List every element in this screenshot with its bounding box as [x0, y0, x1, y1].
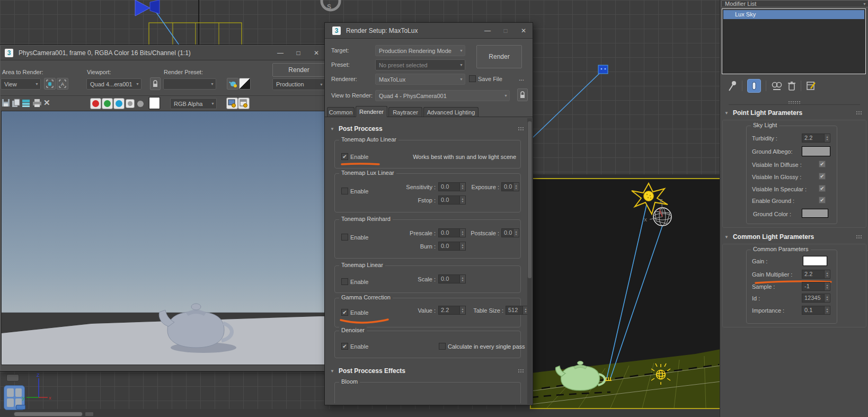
sensitivity-field[interactable]: 0.0 — [438, 182, 466, 191]
linear-enable-checkbox[interactable] — [341, 278, 348, 285]
dialog-render-button[interactable]: Render — [476, 45, 522, 68]
show-end-result-button[interactable] — [747, 79, 761, 93]
spinner[interactable] — [459, 183, 465, 191]
save-file-checkbox[interactable] — [469, 75, 476, 82]
gamma-enable-checkbox[interactable]: ✔ — [341, 309, 348, 316]
ground-albedo-swatch[interactable] — [802, 146, 830, 156]
turbidity-field[interactable]: 2.2 — [802, 134, 830, 143]
gamma-toggle-button[interactable] — [239, 78, 251, 90]
reinhard-enable-checkbox[interactable] — [341, 234, 348, 241]
green-channel-toggle[interactable] — [102, 98, 113, 109]
renderer-dropdown[interactable]: MaxToLux▼ — [375, 74, 465, 85]
remove-modifier-icon[interactable] — [787, 81, 796, 91]
view-lock-button[interactable] — [517, 88, 528, 101]
rfw-maximize-button[interactable]: □ — [289, 46, 307, 60]
sample-field[interactable]: -1 — [802, 282, 830, 291]
save-file-browse-button[interactable]: ... — [519, 75, 524, 82]
alpha-channel-toggle[interactable] — [126, 99, 135, 108]
modifier-stack-list[interactable]: Lux Sky — [722, 8, 866, 74]
configure-modifier-sets-icon[interactable] — [806, 81, 817, 91]
modifier-list-dropdown[interactable]: Modifier List▼ — [721, 0, 868, 7]
spinner[interactable] — [459, 275, 465, 283]
target-dropdown[interactable]: Production Rendering Mode▼ — [375, 45, 465, 56]
save-image-button[interactable] — [2, 99, 11, 108]
denoiser-enable-checkbox[interactable]: ✔ — [341, 343, 348, 350]
make-unique-icon[interactable] — [771, 81, 783, 91]
production-dropdown[interactable]: Production▼ — [272, 78, 325, 90]
spinner[interactable] — [459, 229, 465, 237]
spinner[interactable] — [459, 242, 465, 250]
render-setup-button[interactable] — [227, 78, 238, 90]
scale-field[interactable]: 0.0 — [438, 274, 466, 283]
denoiser-every-pass-checkbox[interactable] — [439, 343, 446, 350]
background-color-swatch[interactable] — [149, 97, 160, 109]
rollout-grip-icon[interactable] — [518, 127, 524, 131]
spinner[interactable] — [459, 306, 465, 314]
render-preset-dropdown[interactable]: ▼ — [163, 78, 216, 90]
panel-splitter[interactable] — [729, 104, 860, 105]
modifier-stack-item[interactable]: Lux Sky — [723, 10, 864, 19]
postscale-field[interactable]: 0.0 — [501, 228, 519, 237]
preset-dropdown[interactable]: No preset selected▼ — [375, 59, 465, 70]
lux-linear-enable-checkbox[interactable] — [341, 188, 348, 194]
panel-splitter-grip[interactable] — [788, 101, 801, 104]
importance-field[interactable]: 0.1 — [802, 306, 830, 315]
view-to-render-dropdown[interactable]: Quad 4 - PhysCamera001▼ — [375, 90, 510, 101]
spinner[interactable] — [824, 294, 830, 302]
rfw-render-button[interactable]: Render — [272, 63, 325, 77]
dialog-scrollbar[interactable] — [527, 118, 532, 404]
spinner[interactable] — [824, 134, 830, 142]
save-to-file-button[interactable] — [238, 97, 250, 109]
print-button[interactable] — [32, 99, 42, 108]
spinner[interactable] — [824, 270, 830, 278]
spinner[interactable] — [513, 183, 519, 191]
ground-color-swatch[interactable] — [802, 209, 828, 218]
visible-diffuse-checkbox[interactable]: ✔ — [819, 161, 826, 167]
red-channel-toggle[interactable] — [90, 98, 101, 109]
dialog-titlebar[interactable]: 3 Render Setup: MaxToLux — □ ✕ — [325, 23, 533, 39]
table-size-field[interactable]: 512 — [506, 306, 529, 315]
channel-display-dropdown[interactable]: RGB Alpha▼ — [170, 98, 217, 109]
auto-region-button[interactable]: A — [57, 78, 68, 90]
timeline-frame-marker[interactable] — [16, 405, 25, 410]
mono-channel-toggle[interactable] — [137, 101, 144, 107]
point-light-parameters-header[interactable]: ▼ Point Light Parameters — [724, 109, 802, 117]
channels-button[interactable] — [22, 99, 31, 108]
dialog-maximize-button[interactable]: □ — [497, 23, 515, 38]
gain-swatch[interactable] — [803, 256, 827, 266]
post-process-effects-header[interactable]: ▼ Post Proccess Effects — [330, 367, 405, 375]
edit-region-button[interactable] — [44, 78, 56, 90]
rfw-minimize-button[interactable]: — — [271, 46, 289, 60]
spinner[interactable] — [513, 229, 519, 237]
clear-button[interactable]: ✕ — [43, 98, 50, 108]
enable-ground-checkbox[interactable]: ✔ — [819, 197, 826, 203]
common-light-parameters-header[interactable]: ▼ Common Light Parameters — [724, 233, 814, 241]
copy-to-clipboard-button[interactable] — [226, 97, 238, 109]
rollout-grip-icon[interactable] — [856, 235, 862, 239]
spinner[interactable] — [824, 306, 830, 314]
spinner[interactable] — [824, 282, 830, 290]
time-slider-button[interactable] — [85, 412, 94, 416]
dialog-close-button[interactable]: ✕ — [515, 23, 533, 38]
clone-image-button[interactable] — [12, 99, 21, 108]
visible-specular-checkbox[interactable]: ✔ — [819, 185, 826, 192]
dialog-minimize-button[interactable]: — — [479, 23, 497, 38]
gamma-value-field[interactable]: 2.2 — [438, 306, 466, 315]
gain-multiplier-field[interactable]: 2.2 — [802, 270, 830, 279]
rfw-titlebar[interactable]: 3 PhysCamera001, frame 0, RGBA Color 16 … — [1, 46, 325, 60]
post-process-header[interactable]: ▼ Post Proccess — [330, 125, 383, 132]
camera-viewport[interactable]: Z X — [530, 178, 722, 409]
pin-stack-icon[interactable] — [728, 80, 737, 92]
tab-common[interactable]: Common — [327, 107, 355, 117]
spinner[interactable] — [459, 196, 465, 204]
tab-advanced-lighting[interactable]: Advanced Lighting — [423, 107, 479, 117]
area-to-render-dropdown[interactable]: View▼ — [1, 78, 41, 90]
visible-glossy-checkbox[interactable]: ✔ — [819, 173, 826, 180]
rollout-grip-icon[interactable] — [856, 111, 862, 116]
rollout-grip-icon[interactable] — [518, 369, 524, 374]
exposure-field[interactable]: 0.0 — [501, 182, 519, 191]
blue-channel-toggle[interactable] — [113, 98, 125, 109]
tab-raytracer[interactable]: Raytracer — [388, 107, 422, 117]
viewport-lock-button[interactable] — [150, 77, 161, 90]
rfw-close-button[interactable]: ✕ — [307, 46, 325, 60]
